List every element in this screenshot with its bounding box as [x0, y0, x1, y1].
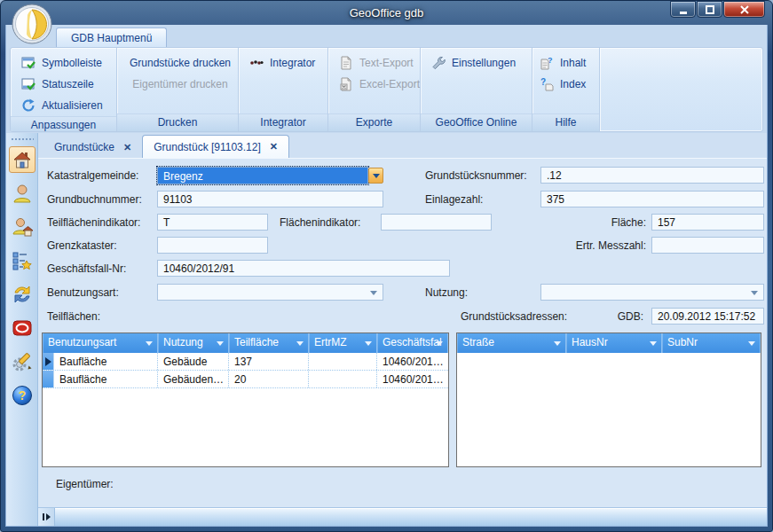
flaechenindikator-field[interactable]	[381, 214, 492, 231]
aktualisieren-button[interactable]: Aktualisieren	[11, 95, 116, 116]
hilfe-inhalt-button[interactable]: ? Inhalt	[532, 52, 599, 74]
group-caption-drucken: Drucken	[117, 113, 238, 131]
teilflaechen-label: Teilflächen:	[47, 310, 100, 323]
wrench-icon	[431, 56, 446, 70]
svg-text:?: ?	[540, 77, 546, 87]
ribbon-group-hilfe: ? Inhalt ? Index Hilfe	[532, 48, 600, 131]
column-header-ertrmz[interactable]: ErtrMZ	[309, 333, 377, 353]
minimize-icon	[677, 4, 690, 15]
hilfe-index-button[interactable]: ? Index	[532, 74, 599, 95]
group-caption-geooffice-online: GeoOffice Online	[421, 113, 532, 131]
sidebar-item-grundstueck[interactable]	[9, 146, 35, 173]
ertr-messzahl-field[interactable]	[651, 237, 764, 254]
eigentuemer-drucken-button[interactable]: Eigentümer drucken	[117, 74, 238, 95]
workspace: ? Grundstücke ✕ Grundstück [91103.12] ✕	[6, 133, 767, 526]
refresh-arrows-icon	[12, 284, 33, 305]
group-caption-integrator: Integrator	[239, 113, 327, 131]
excel-export-button[interactable]: Excel-Export	[328, 74, 420, 95]
sidebar-item-aktualisieren[interactable]	[9, 281, 35, 308]
list-star-icon	[12, 250, 33, 271]
app-window: GeoOffice gdb GDB Hau	[0, 0, 773, 532]
statuszeile-button[interactable]: Statuszeile	[11, 74, 116, 95]
chevron-down-icon	[370, 291, 377, 295]
row-selector-current[interactable]	[43, 353, 54, 370]
grundbuchnummer-field[interactable]: 91103	[157, 191, 383, 207]
sidebar-item-liste-favoriten[interactable]	[9, 247, 35, 274]
person-house-icon	[12, 216, 33, 238]
benutzungsart-combobox[interactable]	[157, 284, 383, 301]
column-header-nutzung[interactable]: Nutzung	[158, 333, 229, 353]
title-bar[interactable]: GeoOffice gdb	[5, 1, 768, 25]
symbolleiste-button[interactable]: Symbolleiste	[11, 52, 116, 74]
table-row[interactable]: Baufläche Gebäuden… 20 10460/201…	[43, 371, 448, 388]
tab-grundstueck-91103-12[interactable]: Grundstück [91103.12] ✕	[142, 135, 289, 158]
refresh-icon	[21, 98, 35, 113]
maximize-button[interactable]	[697, 1, 722, 18]
einlagezahl-field[interactable]: 375	[540, 191, 764, 207]
gdb-label: GDB:	[588, 310, 643, 323]
text-export-icon	[339, 56, 353, 70]
gear-pencil-icon	[12, 351, 33, 372]
ribbon-group-exporte: Text-Export Excel-Export Exporte	[328, 48, 421, 131]
einlagezahl-label: Einlagezahl:	[425, 193, 483, 206]
column-header-subnr[interactable]: SubNr	[662, 333, 761, 353]
sidebar-item-einstellungen-bearbeiten[interactable]	[9, 348, 35, 375]
left-toolbar: ?	[6, 133, 38, 526]
flaeche-label: Fläche:	[553, 216, 646, 229]
katastralgemeinde-combobox[interactable]: Bregenz	[157, 167, 368, 184]
toolbar-drag-grip[interactable]	[11, 137, 34, 141]
chevron-down-icon	[751, 291, 758, 295]
close-button[interactable]	[723, 1, 765, 18]
sidebar-item-hilfe[interactable]: ?	[9, 382, 35, 409]
ribbon-tab-gdb-hauptmenu[interactable]: GDB Hauptmenü	[56, 27, 167, 47]
text-export-button[interactable]: Text-Export	[328, 52, 420, 74]
column-header-benutzungsart[interactable]: Benutzungsart	[43, 333, 158, 353]
einstellungen-button[interactable]: Einstellungen	[421, 52, 532, 74]
tab-close-icon[interactable]: ✕	[270, 141, 278, 153]
integrator-button[interactable]: Integrator	[239, 52, 327, 74]
teilflaechenindikator-field[interactable]: T	[157, 214, 268, 231]
grenzkataster-field[interactable]	[157, 237, 268, 254]
geschaeftsfall-field[interactable]: 10460/2012/91	[157, 260, 450, 277]
group-caption-hilfe: Hilfe	[532, 113, 599, 131]
sidebar-item-schliessen[interactable]	[9, 315, 35, 341]
column-header-strasse[interactable]: Straße	[457, 333, 566, 353]
column-header-hausnr[interactable]: HausNr	[566, 333, 662, 353]
chevron-down-icon	[373, 174, 380, 178]
teilflaechen-grid-header: Benutzungsart Nutzung Teilfläche ErtrMZ …	[43, 333, 448, 353]
svg-text:?: ?	[548, 56, 553, 65]
minimize-button[interactable]	[670, 1, 696, 18]
expander-icon	[43, 513, 44, 520]
flaeche-field[interactable]: 157	[651, 214, 764, 231]
teilflaechenindikator-label: Teilflächenindikator:	[47, 216, 140, 229]
nutzung-combobox[interactable]	[540, 284, 764, 301]
group-caption-exporte: Exporte	[328, 113, 420, 131]
grundstuecke-drucken-button[interactable]: Grundstücke drucken	[117, 52, 238, 74]
row-selector[interactable]	[43, 371, 54, 387]
app-orb-icon	[12, 3, 52, 45]
column-header-teilflaeche[interactable]: Teilfläche	[229, 333, 309, 353]
ribbon-group-anpassungen: Symbolleiste Statuszeile	[11, 48, 117, 131]
sidebar-item-eigentuemer-grundstueck[interactable]	[9, 214, 35, 240]
gdb-timestamp-field[interactable]: 20.09.2012 15:17:52	[651, 308, 764, 325]
panel-expander-button[interactable]	[38, 508, 55, 526]
ertr-messzahl-label: Ertr. Messzahl:	[553, 239, 646, 252]
grundstuecksnummer-field[interactable]: .12	[540, 167, 764, 184]
ribbon-group-geooffice-online: Einstellungen GeoOffice Online	[421, 48, 532, 131]
flaechenindikator-label: Flächenindikator:	[280, 216, 360, 229]
toolbar-visible-icon	[21, 56, 35, 70]
tab-grundstuecke[interactable]: Grundstücke ✕	[43, 137, 142, 158]
teilflaechen-grid: Benutzungsart Nutzung Teilfläche ErtrMZ …	[42, 332, 449, 467]
benutzungsart-label: Benutzungsart:	[47, 286, 119, 299]
table-row[interactable]: Baufläche Gebäude 137 10460/201…	[43, 353, 448, 371]
bottom-bar	[38, 507, 767, 526]
column-header-geschaeftsfall[interactable]: Geschäftsfal	[377, 333, 448, 353]
tab-close-icon[interactable]: ✕	[123, 142, 131, 153]
help-icon: ?	[12, 385, 33, 406]
application-menu-button[interactable]	[12, 3, 52, 49]
window-client-area: GDB Hauptmenü Symbolleiste	[5, 25, 768, 527]
status-strip	[55, 508, 767, 526]
person-icon	[12, 183, 33, 204]
katastralgemeinde-dropdown-button[interactable]	[368, 168, 383, 184]
sidebar-item-eigentuemer[interactable]	[9, 180, 35, 207]
